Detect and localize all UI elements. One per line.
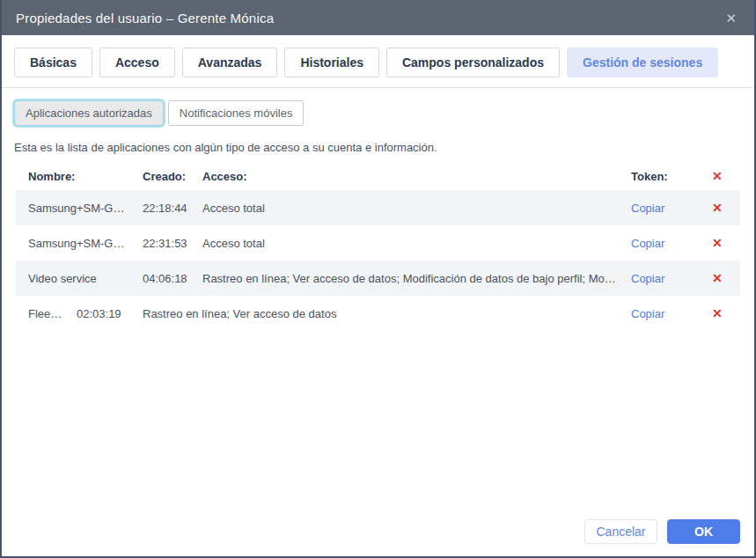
authorized-apps-table: Nombre: Creado: Acceso: Token: ✕ Samsung… — [16, 163, 740, 331]
content-spacer — [2, 331, 754, 519]
delete-all-icon[interactable]: ✕ — [712, 169, 723, 183]
delete-row-icon[interactable]: ✕ — [712, 271, 723, 285]
app-created: 02:03:19 — [64, 307, 130, 320]
ok-button[interactable]: OK — [667, 519, 740, 544]
copy-token-link[interactable]: Copiar — [631, 272, 664, 285]
tab-acceso[interactable]: Acceso — [99, 48, 175, 77]
table-header-row: Nombre: Creado: Acceso: Token: ✕ — [16, 163, 740, 190]
apps-list-description: Esta es la lista de aplicaciones con alg… — [2, 126, 754, 163]
close-icon[interactable]: ✕ — [722, 8, 740, 28]
user-properties-dialog: Propiedades del usuario – Gerente Mónica… — [0, 0, 756, 558]
delete-row-icon[interactable]: ✕ — [712, 201, 723, 215]
delete-row-icon[interactable]: ✕ — [712, 306, 723, 320]
subtab-aplicaciones-autorizadas[interactable]: Aplicaciones autorizadas — [14, 100, 164, 126]
tab-gestion-de-sesiones[interactable]: Gestión de sesiones — [567, 48, 718, 77]
session-subtabs: Aplicaciones autorizadas Notificaciones … — [2, 88, 754, 126]
app-name: Samsung+SM-G98… — [16, 202, 130, 215]
copy-token-link[interactable]: Copiar — [631, 307, 664, 320]
copy-token-link[interactable]: Copiar — [631, 202, 664, 215]
app-access: Acceso total — [190, 237, 619, 250]
app-access: Acceso total — [190, 202, 619, 215]
table-row: Samsung+SM-G98… 22:18:44 Acceso total Co… — [16, 190, 740, 225]
tab-avanzadas[interactable]: Avanzadas — [182, 48, 278, 77]
header-token: Token: — [619, 170, 712, 183]
dialog-footer: Cancelar OK — [2, 519, 754, 556]
app-name: Samsung+SM-G98… — [16, 237, 130, 250]
table-row: Fleetrun 02:03:19 Rastreo en línea; Ver … — [16, 296, 740, 331]
main-tabs: Básicas Acceso Avanzadas Historiales Cam… — [2, 35, 754, 88]
header-acceso: Acceso: — [190, 170, 619, 183]
subtab-notificaciones-moviles[interactable]: Notificaciones móviles — [168, 100, 305, 126]
delete-row-icon[interactable]: ✕ — [712, 236, 723, 250]
header-creado: Creado: — [130, 170, 190, 183]
app-name: Fleetrun — [16, 307, 64, 320]
app-created: 22:31:53 — [130, 237, 190, 250]
tab-basicas[interactable]: Básicas — [14, 48, 92, 77]
app-created: 04:06:18 — [130, 272, 190, 285]
copy-token-link[interactable]: Copiar — [631, 237, 664, 250]
dialog-titlebar: Propiedades del usuario – Gerente Mónica… — [2, 0, 754, 35]
cancel-button[interactable]: Cancelar — [584, 519, 657, 544]
app-access: Rastreo en línea; Ver acceso de datos; M… — [190, 272, 619, 285]
table-row: Samsung+SM-G98… 22:31:53 Acceso total Co… — [16, 225, 740, 261]
app-access: Rastreo en línea; Ver acceso de datos — [130, 307, 619, 320]
header-nombre: Nombre: — [16, 170, 130, 183]
tab-historiales[interactable]: Historiales — [284, 48, 379, 77]
table-row: Video service 04:06:18 Rastreo en línea;… — [16, 261, 740, 296]
app-name: Video service — [16, 272, 130, 285]
app-created: 22:18:44 — [130, 202, 190, 215]
tab-campos-personalizados[interactable]: Campos personalizados — [386, 48, 560, 77]
dialog-title: Propiedades del usuario – Gerente Mónica — [16, 11, 274, 26]
